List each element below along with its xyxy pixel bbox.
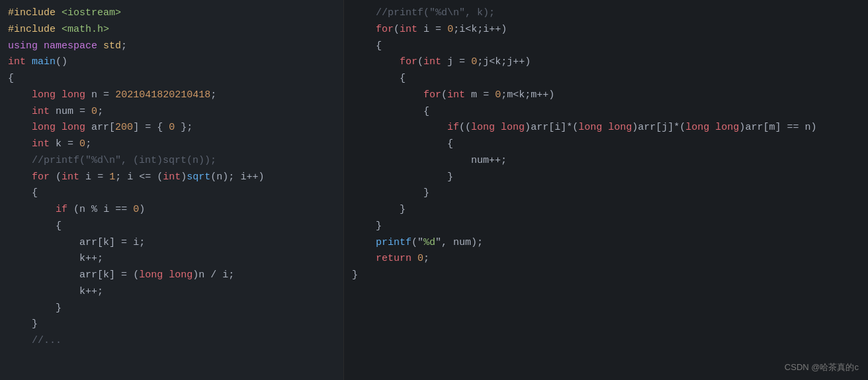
- code-line: //printf("%d\n", (int)sqrt(n));: [8, 153, 335, 169]
- code-line: }: [352, 169, 860, 186]
- code-line: printf("%d", num);: [352, 235, 860, 252]
- code-line: arr[k] = (long long)n / i;: [8, 267, 335, 284]
- code-line: int num = 0;: [8, 104, 335, 120]
- right-code-panel: //printf("%d\n", k); for(int i = 0;i<k;i…: [344, 0, 868, 380]
- code-line: k++;: [8, 284, 335, 301]
- code-line: {: [352, 104, 860, 120]
- code-line: }: [352, 202, 860, 218]
- code-line: }: [352, 218, 860, 235]
- watermark: CSDN @哈茶真的c: [785, 361, 859, 373]
- code-line: {: [352, 71, 860, 87]
- code-line: k++;: [8, 251, 335, 267]
- code-line: }: [8, 316, 335, 333]
- code-line: for (int i = 1; i <= (int)sqrt(n); i++): [8, 169, 335, 186]
- code-line: long long arr[200] = { 0 };: [8, 120, 335, 136]
- code-line: {: [8, 185, 335, 202]
- code-line: }: [352, 267, 860, 284]
- code-line: for(int i = 0;i<k;i++): [352, 22, 860, 38]
- code-line: //...: [8, 333, 335, 350]
- code-line: #include <iostream>: [8, 5, 335, 22]
- code-line: long long n = 2021041820210418;: [8, 87, 335, 104]
- code-line: using namespace std;: [8, 38, 335, 55]
- code-line: if((long long)arr[i]*(long long)arr[j]*(…: [352, 120, 860, 136]
- code-line: {: [8, 71, 335, 87]
- code-line: arr[k] = i;: [8, 235, 335, 252]
- right-code-block: //printf("%d\n", k); for(int i = 0;i<k;i…: [352, 5, 860, 284]
- code-line: {: [352, 38, 860, 55]
- main-container: #include <iostream>#include <math.h>usin…: [0, 0, 868, 380]
- code-line: int k = 0;: [8, 136, 335, 153]
- code-line: {: [8, 218, 335, 235]
- code-line: }: [352, 185, 860, 202]
- code-line: for(int m = 0;m<k;m++): [352, 87, 860, 104]
- code-line: return 0;: [352, 251, 860, 267]
- code-line: for(int j = 0;j<k;j++): [352, 54, 860, 71]
- code-line: int main(): [8, 54, 335, 71]
- code-line: #include <math.h>: [8, 22, 335, 38]
- code-line: //printf("%d\n", k);: [352, 5, 860, 22]
- left-code-block: #include <iostream>#include <math.h>usin…: [8, 5, 335, 350]
- code-line: num++;: [352, 153, 860, 169]
- code-line: }: [8, 301, 335, 317]
- code-line: {: [352, 136, 860, 153]
- code-line: if (n % i == 0): [8, 202, 335, 218]
- left-code-panel: #include <iostream>#include <math.h>usin…: [0, 0, 344, 380]
